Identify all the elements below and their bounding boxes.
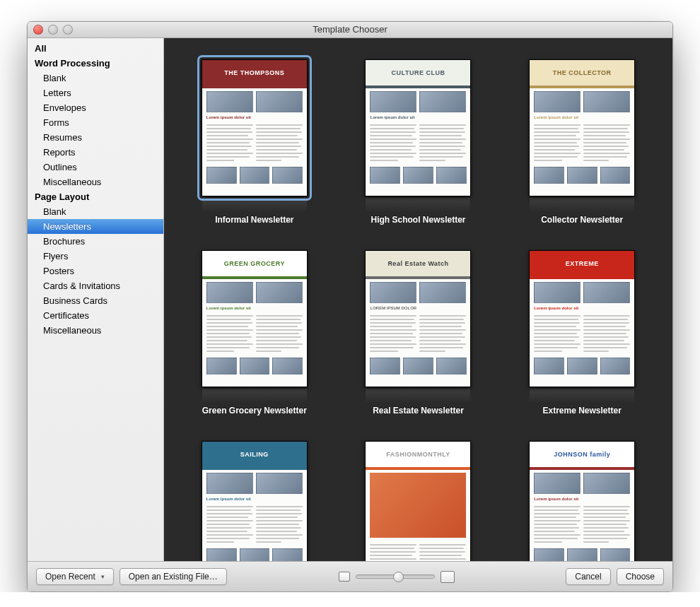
template-caption: Collector Newsletter: [541, 215, 623, 225]
template-caption: Informal Newsletter: [215, 215, 293, 225]
sidebar-item-envelopes[interactable]: Envelopes: [28, 100, 163, 115]
small-thumb-icon[interactable]: [339, 572, 350, 582]
large-thumb-icon[interactable]: [441, 571, 455, 583]
thumbnail-size-control: [339, 571, 455, 583]
zoom-icon[interactable]: [63, 25, 73, 35]
sidebar-item-business-cards[interactable]: Business Cards: [28, 293, 163, 308]
sidebar-item-blank[interactable]: Blank: [28, 71, 163, 86]
template-thumbnail[interactable]: Real Estate WatchLOREM IPSUM DOLOR: [365, 250, 471, 387]
template-thumbnail[interactable]: GREEN GROCERYLorem ipsum dolor sit: [202, 250, 308, 387]
template-collector-newsletter[interactable]: THE COLLECTORLorem ipsum dolor sitCollec…: [517, 59, 647, 225]
open-existing-file-button[interactable]: Open an Existing File…: [119, 568, 227, 585]
thumbnail-reflection: [366, 198, 470, 212]
template-thumbnail[interactable]: SAILINGLorem ipsum dolor sit: [202, 441, 308, 561]
slider-knob[interactable]: [393, 572, 404, 582]
sidebar-item-miscellaneous[interactable]: Miscellaneous: [28, 323, 163, 338]
sidebar-item-cards-invitations[interactable]: Cards & Invitations: [28, 278, 163, 293]
sidebar-item-certificates[interactable]: Certificates: [28, 308, 163, 323]
sidebar-group-word-processing[interactable]: Word Processing: [28, 56, 163, 71]
template-thumbnail[interactable]: CULTURE CLUBLorem ipsum dolor sit: [365, 59, 471, 196]
template-family-newsletter[interactable]: JOHNSON familyLorem ipsum dolor sitFamil…: [517, 441, 647, 561]
sidebar-item-flyers[interactable]: Flyers: [28, 249, 163, 264]
traffic-lights: [33, 25, 73, 35]
thumbnail-reflection: [366, 389, 470, 403]
sidebar-item-miscellaneous[interactable]: Miscellaneous: [28, 175, 163, 189]
sidebar-item-outlines[interactable]: Outlines: [28, 160, 163, 175]
sidebar-item-brochures[interactable]: Brochures: [28, 234, 163, 249]
template-thumbnail[interactable]: JOHNSON familyLorem ipsum dolor sit: [529, 441, 635, 561]
thumbnail-reflection: [202, 389, 307, 403]
cancel-label: Cancel: [575, 572, 601, 582]
template-thumbnail[interactable]: FASHIONMONTHLY: [365, 441, 471, 561]
template-sailing-newsletter[interactable]: SAILINGLorem ipsum dolor sitSailing News…: [189, 441, 320, 561]
open-recent-button[interactable]: Open Recent ▾: [36, 568, 114, 585]
sidebar-item-letters[interactable]: Letters: [28, 86, 163, 100]
template-high-school-newsletter[interactable]: CULTURE CLUBLorem ipsum dolor sitHigh Sc…: [354, 59, 484, 225]
bottom-toolbar: Open Recent ▾ Open an Existing File… Can…: [28, 561, 672, 591]
template-green-grocery-newsletter[interactable]: GREEN GROCERYLorem ipsum dolor sitGreen …: [189, 250, 320, 416]
template-modern-newsletter[interactable]: FASHIONMONTHLYModern Newsletter: [354, 441, 484, 561]
category-sidebar: AllWord ProcessingBlankLettersEnvelopesF…: [28, 38, 164, 561]
template-caption: Extreme Newsletter: [542, 406, 621, 416]
minimize-icon[interactable]: [48, 25, 58, 35]
cancel-button[interactable]: Cancel: [566, 568, 610, 585]
open-recent-label: Open Recent: [45, 572, 95, 582]
window-body: AllWord ProcessingBlankLettersEnvelopesF…: [28, 38, 672, 561]
template-informal-newsletter[interactable]: THE THOMPSONSLorem ipsum dolor sitInform…: [189, 59, 320, 225]
titlebar: Template Chooser: [28, 22, 672, 38]
close-icon[interactable]: [33, 25, 43, 35]
template-caption: Green Grocery Newsletter: [202, 406, 307, 416]
sidebar-item-blank[interactable]: Blank: [28, 204, 163, 219]
template-thumbnail[interactable]: THE THOMPSONSLorem ipsum dolor sit: [202, 59, 308, 196]
template-thumbnail[interactable]: THE COLLECTORLorem ipsum dolor sit: [529, 59, 635, 196]
thumbnail-reflection: [202, 198, 307, 212]
template-real-estate-newsletter[interactable]: Real Estate WatchLOREM IPSUM DOLORReal E…: [354, 250, 484, 416]
template-caption: Real Estate Newsletter: [373, 406, 464, 416]
open-existing-label: Open an Existing File…: [129, 572, 218, 582]
template-grid-area[interactable]: THE THOMPSONSLorem ipsum dolor sitInform…: [164, 38, 672, 561]
sidebar-item-reports[interactable]: Reports: [28, 145, 163, 160]
sidebar-group-all[interactable]: All: [28, 41, 163, 56]
template-caption: High School Newsletter: [371, 215, 465, 225]
thumbnail-size-slider[interactable]: [356, 574, 435, 579]
template-grid: THE THOMPSONSLorem ipsum dolor sitInform…: [164, 38, 672, 561]
choose-button[interactable]: Choose: [617, 568, 664, 585]
template-extreme-newsletter[interactable]: EXTREMELorem ipsum dolor sitExtreme News…: [517, 250, 647, 416]
thumbnail-reflection: [530, 198, 634, 212]
choose-label: Choose: [626, 572, 655, 582]
template-chooser-window: Template Chooser AllWord ProcessingBlank…: [27, 21, 673, 592]
dropdown-triangle-icon: ▾: [101, 573, 105, 580]
sidebar-item-forms[interactable]: Forms: [28, 115, 163, 130]
sidebar-group-page-layout[interactable]: Page Layout: [28, 189, 163, 204]
sidebar-item-newsletters[interactable]: Newsletters: [28, 219, 163, 234]
sidebar-item-resumes[interactable]: Resumes: [28, 130, 163, 145]
template-thumbnail[interactable]: EXTREMELorem ipsum dolor sit: [529, 250, 635, 387]
window-title: Template Chooser: [313, 24, 387, 35]
thumbnail-reflection: [530, 389, 634, 403]
sidebar-item-posters[interactable]: Posters: [28, 264, 163, 278]
